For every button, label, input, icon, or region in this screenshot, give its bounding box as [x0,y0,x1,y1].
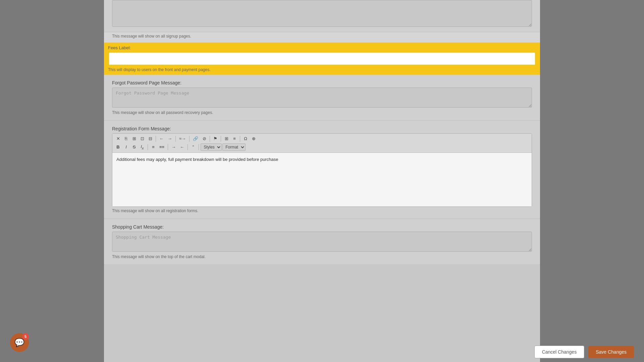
styles-select[interactable]: Styles [201,143,222,151]
signup-helper: This message will show on all signup pag… [104,34,540,43]
forgot-password-label: Forgot Password Page Message: [112,80,532,85]
bottom-bar: Cancel Changes Save Changes [0,342,644,362]
tool-ordered-list[interactable]: ≡≡ [158,143,166,150]
sep10 [199,144,199,150]
chat-icon: 💬 [14,338,24,347]
tool-table[interactable]: ⊞ [223,135,230,142]
tool-italic[interactable]: I [122,143,130,150]
tool-find[interactable]: ≈→ [177,135,187,142]
sep5 [221,136,221,142]
sep4 [210,136,210,142]
tool-special-char[interactable]: Ω [242,135,249,142]
arrow-annotation [104,34,107,77]
fees-section-wrapper: Fees Label: Fees This will display to us… [104,43,540,75]
shopping-cart-section: Shopping Cart Message: This message will… [104,219,540,265]
save-button[interactable]: Save Changes [588,346,634,358]
tool-blockquote[interactable]: " [190,143,197,150]
cancel-button[interactable]: Cancel Changes [534,346,585,358]
sep9 [187,144,188,150]
toolbar-row-2: B I S Ix ≡ ≡≡ → ← " Style [114,143,530,151]
editor-text: Additional fees may apply, full payment … [116,157,278,162]
shopping-cart-label: Shopping Cart Message: [112,224,532,230]
sep7 [148,144,148,150]
sep1 [156,136,156,142]
toolbar-row-1: ✕ ⎘ ⊞ ⊡ ⊟ ← → ≈→ 🔗 ⊘ ⚑ [114,135,530,142]
tool-remove-format[interactable]: Ix [139,143,146,151]
editor-toolbar: ✕ ⎘ ⊞ ⊡ ⊟ ← → ≈→ 🔗 ⊘ ⚑ [112,134,532,153]
fees-label: Fees Label: [108,45,536,50]
forgot-password-textarea[interactable] [112,87,532,108]
form-container: This message will show on all signup pag… [104,0,540,265]
tool-maximize[interactable]: ⊕ [250,135,257,142]
chat-badge: 5 [22,333,29,340]
registration-form-section: Registration Form Message: ✕ ⎘ ⊞ ⊡ ⊟ ← →… [104,121,540,219]
main-content: This message will show on all signup pag… [104,0,540,362]
registration-helper: This message will show on all registrati… [112,208,532,213]
sep3 [189,136,190,142]
shopping-cart-helper: This message will show on the top of the… [112,254,532,259]
editor-content-area[interactable]: Additional fees may apply, full payment … [112,153,532,206]
tool-indent[interactable]: → [170,143,177,150]
signup-message-textarea[interactable] [112,0,532,27]
chat-bubble[interactable]: 💬 5 [10,333,29,352]
shopping-cart-textarea[interactable] [112,232,532,252]
format-select[interactable]: Format [222,143,246,151]
registration-form-label: Registration Form Message: [112,126,532,131]
tool-undo[interactable]: ← [158,135,165,142]
tool-redo[interactable]: → [166,135,174,142]
tool-copy[interactable]: ⎘ [122,135,130,142]
forgot-password-section: Forgot Password Page Message: This messa… [104,75,540,121]
sep2 [175,136,176,142]
tool-paste[interactable]: ⊞ [130,135,138,142]
tool-link[interactable]: 🔗 [191,135,200,142]
sep8 [168,144,168,150]
tool-paste-text[interactable]: ⊡ [139,135,146,142]
rich-editor: ✕ ⎘ ⊞ ⊡ ⊟ ← → ≈→ 🔗 ⊘ ⚑ [112,133,532,207]
signup-message-section [104,0,540,32]
tool-outdent[interactable]: ← [178,143,186,150]
fees-label-input[interactable]: Fees [108,52,536,66]
tool-unordered-list[interactable]: ≡ [150,143,157,150]
forgot-password-helper: This message will show on all password r… [112,110,532,115]
tool-unlink[interactable]: ⊘ [201,135,208,142]
tool-cut[interactable]: ✕ [114,135,122,142]
tool-paste-word[interactable]: ⊟ [147,135,154,142]
tool-strikethrough[interactable]: S [130,143,138,150]
tool-hr[interactable]: ≡ [231,135,238,142]
fees-helper: This will display to users on the front … [108,67,536,72]
tool-bold[interactable]: B [114,143,122,150]
tool-anchor[interactable]: ⚑ [212,135,219,142]
sep6 [240,136,240,142]
